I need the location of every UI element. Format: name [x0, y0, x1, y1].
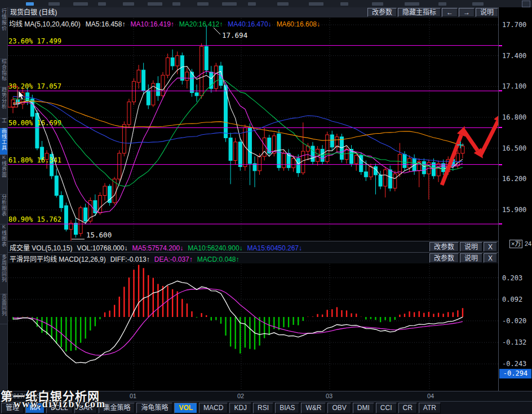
tab-BOLL[interactable]: BOLL [46, 403, 73, 413]
first-date-label: 2017/11/13 [10, 393, 40, 399]
macd-current-value-badge: -0.294 [499, 369, 531, 378]
toolbar-icon-fragment [372, 2, 383, 6]
indicator-value: MACD:0.048↑ [197, 256, 240, 263]
candle [205, 46, 208, 70]
price-tick-label: 17.700 [502, 21, 526, 29]
candle [74, 223, 78, 235]
toolbar-icon-fragment [309, 2, 323, 6]
main-price-chart[interactable]: 23.60% 17.49938.20% 17.05750.00% 16.6996… [8, 17, 498, 241]
sidebar-item-3[interactable]: 趋势分析 [0, 87, 7, 118]
tab-CR[interactable]: CR [398, 403, 417, 413]
toolbar-icon-fragment [148, 2, 162, 6]
volume-unit-label: ×万 [509, 240, 522, 248]
sidebar-item-1[interactable]: 行情报价 [0, 8, 7, 59]
toolbar-icon-fragment [472, 2, 484, 6]
top-toolbar-truncated [0, 0, 532, 8]
macd-tick-label: 0.203 [502, 274, 522, 282]
candle [422, 161, 425, 174]
candle [277, 134, 281, 168]
price-tick-label: 15.900 [502, 206, 526, 214]
sidebar-item-6[interactable]: K线界面 [0, 155, 7, 195]
toolbar-icon-fragment [172, 2, 180, 6]
candle [55, 176, 58, 196]
tab-W&R[interactable]: W&R [301, 403, 326, 413]
tab-集金策略[interactable]: 集金策略 [99, 403, 135, 413]
candle [229, 138, 232, 160]
tab-RSI[interactable]: RSI [253, 403, 273, 413]
toolbar-icon-fragment [26, 2, 34, 6]
fib-axis-tick [499, 45, 502, 46]
tab-KDJ[interactable]: KDJ [229, 403, 251, 413]
fib-axis-tick [499, 127, 502, 128]
macd-pane-button-3[interactable]: X [484, 253, 497, 263]
fib-axis-tick [499, 164, 502, 165]
sidebar-item-9[interactable]: 多周期同列 [0, 254, 7, 294]
title-button-1[interactable]: 改参数 [367, 8, 397, 17]
indicator-value: MA15:60450.267↓ [247, 244, 302, 252]
sidebar-item-10[interactable]: 页面同列 [0, 294, 7, 324]
tab-SAR[interactable]: SAR [74, 403, 97, 413]
candle [171, 58, 174, 66]
indicator-value: DEA:-0.037↑ [154, 256, 193, 263]
candle [142, 70, 145, 90]
sidebar-item-8[interactable]: K线图表 [0, 224, 7, 255]
candle [442, 164, 445, 172]
toolbar-corner-box [522, 1, 530, 7]
title-button-4[interactable]: → [459, 8, 475, 17]
price-tick-label: 17.100 [502, 82, 526, 90]
candle [156, 83, 159, 96]
vol-pane-button-2[interactable]: 说明 [460, 242, 482, 252]
tab-管理[interactable]: 管理 [1, 403, 24, 413]
tab-DMI[interactable]: DMI [353, 403, 374, 413]
tab-BIAS[interactable]: BIAS [275, 403, 299, 413]
indicator-value: 成交量 VOL(5,10,15) [10, 244, 72, 252]
macd-pane-button-1[interactable]: 改参数 [429, 253, 459, 263]
title-button-group: 改参数隐藏主指标←→说明 [366, 8, 498, 17]
title-button-2[interactable]: 隐藏主指标 [398, 8, 441, 17]
macd-chart[interactable] [8, 263, 498, 391]
tab-MA[interactable]: MA [25, 403, 45, 413]
macd-pane-buttons: 改参数说明X [428, 253, 497, 263]
tab-MACD[interactable]: MACD [199, 403, 228, 413]
candle [388, 170, 392, 188]
tab-CCI[interactable]: CCI [376, 403, 397, 413]
toolbar-icon-fragment [73, 2, 88, 6]
left-sidebar: 行情报价综合指标趋势分析工具画线工具K线界面分析图表K线图表多周期同列页面同列 [0, 7, 8, 401]
macd-tick-label: -0.243 [502, 360, 526, 368]
title-button-3[interactable]: ← [442, 8, 458, 17]
indicator-value: 平滑异同平均线 MACD(12,26,9) [10, 256, 106, 263]
sidebar-item-2[interactable]: 综合指标 [0, 59, 7, 87]
toolbar-icon-fragment [98, 2, 106, 6]
toolbar-icon-fragment [123, 2, 134, 6]
indicator-value: DIFF:-0.013↑ [110, 256, 150, 263]
candle [248, 127, 251, 164]
macd-pane-header: 平滑异同平均线 MACD(12,26,9)DIFF:-0.013↑DEA:-0.… [8, 252, 498, 263]
macd-pane-button-2[interactable]: 说明 [460, 253, 482, 263]
candle [330, 135, 334, 147]
fib-level-label: 23.60% 17.499 [8, 37, 61, 45]
tab-VOL[interactable]: VOL [174, 403, 197, 413]
macd-tick-label: -0.020 [502, 317, 526, 325]
high-price-annotation: 17.694 [222, 31, 247, 39]
trading-app-window: 行情报价综合指标趋势分析工具画线工具K线界面分析图表K线图表多周期同列页面同列 … [0, 0, 532, 414]
vol-pane-button-3[interactable]: X [484, 242, 497, 252]
sidebar-item-7[interactable]: 分析图表 [0, 194, 7, 224]
toolbar-icon-fragment [340, 2, 348, 6]
instrument-title: 现货白银 (日线) [10, 7, 57, 17]
fib-axis-tick [499, 90, 502, 91]
month-label-03: 03 [326, 393, 333, 399]
tab-海龟策略[interactable]: 海龟策略 [136, 403, 172, 413]
indicator-value: MA10:56240.900↓ [188, 244, 242, 252]
tab-ATR[interactable]: ATR [419, 403, 441, 413]
price-tick-label: 16.500 [502, 144, 526, 152]
sidebar-item-4[interactable]: 工具 [0, 118, 7, 129]
price-tick-label: 17.400 [502, 52, 526, 60]
sidebar-item-5[interactable]: 画线工具 [0, 128, 7, 155]
vol-pane-button-1[interactable]: 改参数 [429, 242, 459, 252]
toolbar-icon-fragment [248, 2, 256, 6]
title-button-5[interactable]: 说明 [476, 8, 498, 17]
toolbar-icon-fragment [222, 2, 237, 6]
fib-level-label: 50.00% 16.699 [8, 119, 61, 127]
month-label-02: 02 [237, 393, 244, 399]
tab-OBV[interactable]: OBV [327, 403, 351, 413]
